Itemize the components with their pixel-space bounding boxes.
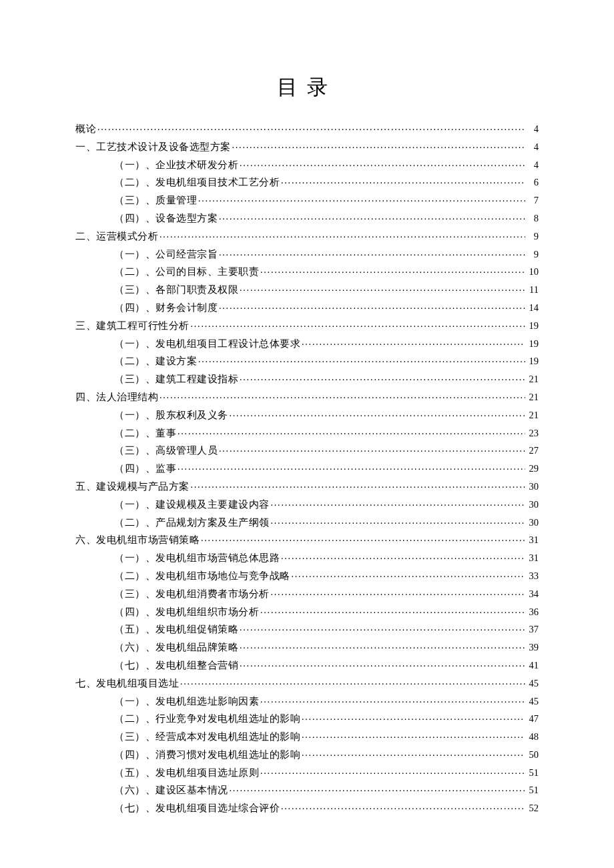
toc-label: （六）、建设区基本情况: [114, 785, 228, 795]
toc-label: （四）、发电机组组织市场分析: [114, 607, 259, 617]
toc-page-number: 19: [527, 321, 539, 331]
toc-page-number: 50: [527, 750, 539, 760]
toc-leader-dots: [219, 212, 525, 222]
toc-leader-dots: [97, 123, 525, 132]
toc-entry: （四）、设备选型方案8: [75, 212, 539, 224]
toc-page-number: 33: [527, 571, 539, 581]
toc-page-number: 51: [527, 768, 539, 778]
toc-page-number: 27: [527, 446, 539, 456]
toc-page-number: 21: [527, 374, 539, 384]
toc-entry: 五、建设规模与产品方案30: [75, 480, 539, 492]
toc-page-number: 9: [527, 232, 539, 242]
toc-entry: （四）、监事29: [75, 462, 539, 474]
toc-entry: 一、工艺技术设计及设备选型方案4: [75, 141, 539, 152]
toc-leader-dots: [191, 320, 526, 329]
toc-leader-dots: [219, 302, 525, 311]
toc-label: （四）、监事: [114, 464, 176, 474]
toc-leader-dots: [198, 355, 525, 364]
toc-leader-dots: [201, 534, 525, 543]
toc-page-number: 7: [527, 195, 539, 205]
toc-label: （二）、建设方案: [114, 356, 197, 366]
toc-page-number: 21: [527, 410, 539, 420]
toc-page-number: 11: [527, 285, 539, 295]
toc-entry: （六）、发电机组品牌策略39: [75, 641, 539, 653]
toc-entry: （四）、财务会计制度14: [75, 302, 539, 313]
toc-leader-dots: [180, 677, 525, 687]
toc-leader-dots: [260, 695, 525, 705]
toc-label: （七）、发电机组整合营销: [114, 661, 238, 671]
toc-entry: 七、发电机组项目选址45: [75, 677, 539, 689]
toc-page-number: 4: [527, 160, 539, 170]
toc-page-number: 30: [527, 500, 539, 510]
toc-leader-dots: [230, 784, 526, 793]
toc-entry: （三）、高级管理人员27: [75, 444, 539, 456]
table-of-contents: 概论4一、工艺技术设计及设备选型方案4（一）、企业技术研发分析4（二）、发电机组…: [75, 123, 539, 813]
toc-page-number: 29: [527, 464, 539, 474]
toc-page-number: 31: [527, 535, 539, 545]
toc-leader-dots: [281, 552, 525, 561]
toc-label: （一）、公司经营宗旨: [114, 250, 218, 260]
toc-page-number: 23: [527, 428, 539, 438]
toc-page-number: 31: [527, 553, 539, 563]
toc-entry: （五）、发电机组项目选址原则51: [75, 767, 539, 778]
toc-entry: 四、法人治理结构21: [75, 391, 539, 402]
toc-label: 一、工艺技术设计及设备选型方案: [75, 142, 231, 152]
toc-leader-dots: [178, 427, 525, 436]
toc-label: （三）、高级管理人员: [114, 446, 218, 456]
toc-page-number: 10: [527, 267, 539, 277]
toc-entry: （五）、发电机组促销策略37: [75, 623, 539, 634]
toc-entry: （一）、发电机组市场营销总体思路31: [75, 552, 539, 563]
toc-entry: （二）、行业竞争对发电机组选址的影响47: [75, 713, 539, 724]
toc-entry: （一）、公司经营宗旨9: [75, 248, 539, 260]
toc-page-number: 41: [527, 661, 539, 671]
toc-leader-dots: [260, 266, 525, 275]
toc-label: （三）、发电机组消费者市场分析: [114, 589, 270, 599]
toc-page-number: 45: [527, 679, 539, 689]
toc-leader-dots: [271, 516, 526, 526]
toc-entry: （一）、建设规模及主要建设内容30: [75, 498, 539, 510]
toc-label: 七、发电机组项目选址: [75, 679, 179, 689]
toc-label: （一）、企业技术研发分析: [114, 160, 238, 170]
toc-page-number: 39: [527, 642, 539, 653]
toc-page-number: 4: [527, 142, 539, 152]
toc-label: （二）、发电机组项目技术工艺分析: [114, 177, 280, 187]
toc-leader-dots: [271, 588, 526, 597]
toc-label: 概论: [75, 124, 96, 134]
toc-leader-dots: [198, 194, 525, 203]
toc-entry: （三）、建筑工程建设指标21: [75, 373, 539, 384]
toc-label: （二）、产品规划方案及生产纲领: [114, 518, 270, 528]
toc-page-number: 45: [527, 697, 539, 707]
toc-page-number: 30: [527, 482, 539, 492]
toc-leader-dots: [302, 338, 525, 347]
toc-entry: 概论4: [75, 123, 539, 134]
toc-leader-dots: [219, 248, 525, 258]
toc-leader-dots: [240, 623, 525, 632]
toc-label: 二、运营模式分析: [75, 232, 158, 242]
toc-leader-dots: [260, 606, 525, 615]
toc-leader-dots: [302, 731, 525, 740]
toc-label: （一）、发电机组选址影响因素: [114, 697, 259, 707]
toc-leader-dots: [240, 373, 525, 382]
toc-label: 五、建设规模与产品方案: [75, 482, 190, 492]
toc-leader-dots: [240, 284, 525, 293]
toc-entry: 六、发电机组市场营销策略31: [75, 534, 539, 545]
toc-entry: （三）、经营成本对发电机组选址的影响48: [75, 731, 539, 742]
toc-label: 六、发电机组市场营销策略: [75, 535, 200, 545]
toc-label: （五）、发电机组项目选址原则: [114, 768, 259, 778]
toc-entry: （七）、发电机组项目选址综合评价52: [75, 802, 539, 813]
toc-leader-dots: [160, 230, 525, 240]
toc-page-number: 47: [527, 714, 539, 724]
toc-label: （二）、董事: [114, 428, 176, 438]
toc-label: （六）、发电机组品牌策略: [114, 642, 238, 653]
toc-page-number: 19: [527, 339, 539, 349]
toc-entry: （一）、发电机组选址影响因素45: [75, 695, 539, 707]
toc-entry: （二）、发电机组项目技术工艺分析6: [75, 176, 539, 187]
toc-label: （一）、建设规模及主要建设内容: [114, 500, 270, 510]
toc-entry: （一）、发电机组项目工程设计总体要求19: [75, 338, 539, 349]
toc-label: （二）、行业竞争对发电机组选址的影响: [114, 714, 300, 724]
document-page: 目录 概论4一、工艺技术设计及设备选型方案4（一）、企业技术研发分析4（二）、发…: [0, 0, 614, 868]
toc-leader-dots: [230, 409, 526, 418]
toc-label: （三）、经营成本对发电机组选址的影响: [114, 732, 300, 742]
toc-leader-dots: [292, 570, 526, 579]
toc-entry: （二）、发电机组市场地位与竞争战略33: [75, 570, 539, 581]
